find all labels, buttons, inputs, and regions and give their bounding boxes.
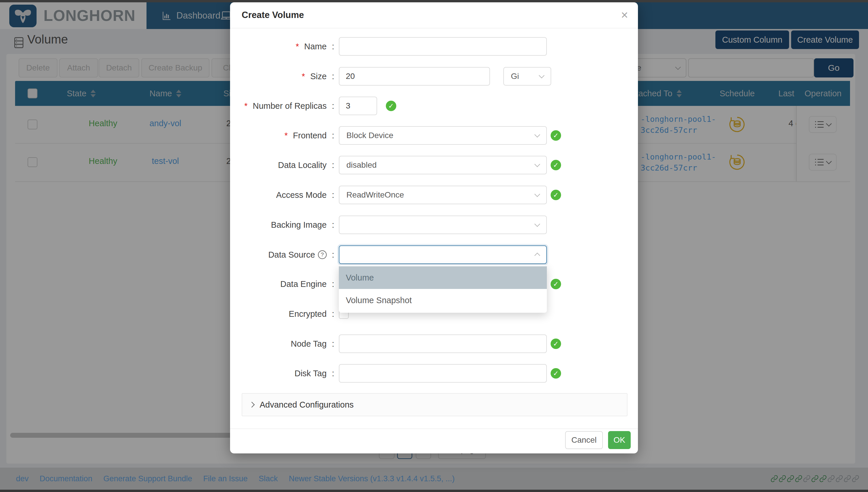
data-source-label: Data Source ? — [230, 245, 334, 264]
longhorn-app: LONGHORN Dashboard Volume Custom Column … — [0, 0, 868, 492]
divider — [230, 428, 638, 429]
backing-image-select[interactable] — [339, 216, 547, 234]
window-top-edge — [0, 0, 868, 2]
cancel-button[interactable]: Cancel — [565, 431, 603, 449]
chevron-down-icon — [535, 161, 540, 167]
valid-check-icon: ✓ — [551, 190, 561, 200]
modal-title: Create Volume — [242, 10, 304, 20]
name-label: Name — [230, 37, 334, 56]
access-mode-select[interactable]: ReadWriteOnce — [339, 186, 547, 204]
name-input[interactable] — [339, 37, 547, 56]
frontend-select[interactable]: Block Device — [339, 126, 547, 145]
valid-check-icon: ✓ — [551, 339, 561, 349]
replicas-input[interactable] — [339, 97, 377, 115]
help-icon[interactable]: ? — [318, 250, 327, 259]
data-engine-label: Data Engine — [230, 275, 334, 293]
chevron-down-icon — [539, 73, 545, 78]
data-source-dropdown: Volume Volume Snapshot — [339, 265, 547, 313]
chevron-down-icon — [535, 132, 540, 138]
node-tag-label: Node Tag — [230, 335, 334, 353]
valid-check-icon: ✓ — [551, 279, 561, 289]
close-icon[interactable]: × — [621, 7, 628, 23]
dropdown-option-volume-snapshot[interactable]: Volume Snapshot — [339, 289, 547, 312]
data-locality-label: Data Locality — [230, 156, 334, 174]
size-unit-select[interactable]: Gi — [503, 67, 551, 85]
chevron-up-icon — [535, 253, 540, 259]
size-input[interactable] — [339, 67, 490, 85]
valid-check-icon: ✓ — [551, 368, 561, 378]
data-source-select[interactable] — [339, 245, 547, 264]
access-mode-label: Access Mode — [230, 186, 334, 204]
divider — [230, 28, 638, 28]
replicas-label: Number of Replicas — [230, 97, 334, 115]
disk-tag-label: Disk Tag — [230, 364, 334, 383]
size-label: Size — [230, 67, 334, 85]
ok-button[interactable]: OK — [608, 431, 631, 449]
encrypted-label: Encrypted — [230, 304, 334, 323]
create-volume-modal: Create Volume × Name Size Gi Number of R… — [230, 2, 638, 453]
valid-check-icon: ✓ — [551, 160, 561, 170]
valid-check-icon: ✓ — [386, 101, 396, 111]
advanced-configurations-toggle[interactable]: Advanced Configurations — [242, 393, 627, 416]
chevron-down-icon — [535, 221, 540, 227]
dropdown-option-volume[interactable]: Volume — [339, 266, 547, 289]
valid-check-icon: ✓ — [551, 130, 561, 141]
window-bottom-edge — [0, 490, 868, 492]
backing-image-label: Backing Image — [230, 216, 334, 234]
frontend-label: Frontend — [230, 126, 334, 145]
data-locality-select[interactable]: disabled — [339, 156, 547, 174]
disk-tag-input[interactable] — [339, 364, 547, 383]
chevron-right-icon — [249, 402, 255, 408]
node-tag-input[interactable] — [339, 335, 547, 353]
chevron-down-icon — [535, 191, 540, 197]
